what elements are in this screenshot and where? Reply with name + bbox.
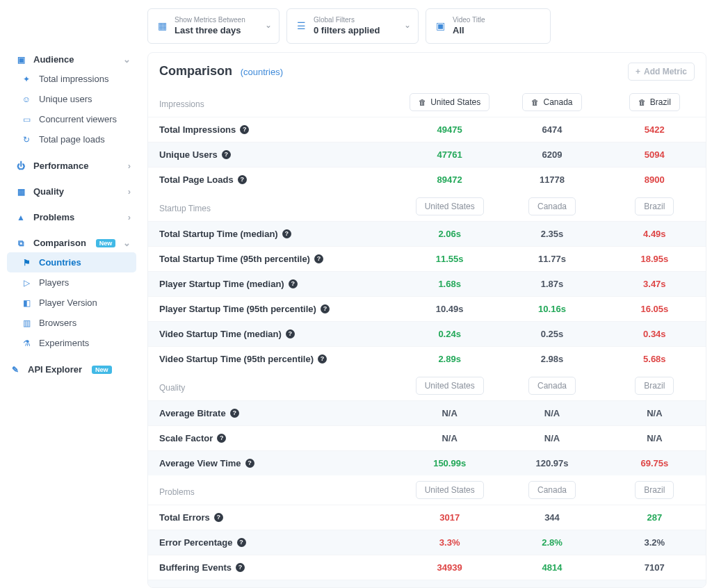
metric-value: 2.35s <box>541 229 564 239</box>
metric-value: 8900 <box>645 174 665 185</box>
nav-item-unique-users[interactable]: ☺ Unique users <box>7 89 139 109</box>
trash-icon: 🗑 <box>531 98 539 106</box>
filter-video-title[interactable]: ▣ Video Title All <box>426 8 551 44</box>
chevron-down-icon: ⌄ <box>123 238 131 248</box>
nav-group-audience[interactable]: ▣ Audience ⌄ <box>7 50 139 69</box>
filter-value: 0 filters applied <box>314 25 380 36</box>
metric-value: 11.55s <box>436 254 464 264</box>
metric-value: 344 <box>544 512 560 523</box>
country-chip[interactable]: 🗑Canada <box>522 93 581 111</box>
metric-name: Average View Time? <box>159 458 387 468</box>
nav-item-players[interactable]: ▷ Players <box>7 272 139 293</box>
section-name: Startup Times <box>148 192 398 222</box>
flask-icon: ⚗ <box>21 338 32 348</box>
info-icon[interactable]: ? <box>214 513 223 522</box>
info-icon[interactable]: ? <box>238 175 247 184</box>
metric-value: 49475 <box>437 124 462 135</box>
country-chip[interactable]: Canada <box>528 377 576 395</box>
country-chip-cell: Brazil <box>604 475 706 505</box>
nav-item-total-page-loads[interactable]: ↻ Total page loads <box>7 129 139 149</box>
nav-group-performance[interactable]: ⏻ Performance › <box>7 156 139 175</box>
nav-group-quality[interactable]: ▦ Quality › <box>7 182 139 201</box>
metric-value: 1.68s <box>438 279 461 289</box>
nav-item-browsers[interactable]: ▥ Browsers <box>7 313 139 333</box>
nav-item-label: Experiments <box>39 338 89 348</box>
country-chip-label: United States <box>430 97 480 107</box>
metric-value: N/A <box>544 433 560 443</box>
info-icon[interactable]: ? <box>237 538 246 547</box>
filter-bar: ▦ Show Metrics Between Last three days ⌄… <box>147 8 706 44</box>
info-icon[interactable]: ? <box>314 254 323 263</box>
section-name: Quality <box>148 371 398 401</box>
metric-value: 16.05s <box>640 304 668 314</box>
monitor-icon: ▭ <box>21 115 32 124</box>
metric-value: N/A <box>442 433 457 443</box>
filter-value: Last three days <box>175 25 245 36</box>
country-chip[interactable]: Brazil <box>635 481 674 499</box>
flag-icon: ⚑ <box>21 258 32 268</box>
wifi-icon: ⏻ <box>15 161 26 171</box>
metric-value: 4814 <box>542 562 563 573</box>
play-icon: ▷ <box>21 278 32 288</box>
nav-item-total-impressions[interactable]: ✦ Total impressions <box>7 69 139 89</box>
country-chip[interactable]: Canada <box>528 481 576 499</box>
metric-label: Video Startup Time (median) <box>159 329 282 339</box>
info-icon[interactable]: ? <box>289 279 298 288</box>
nav-item-experiments[interactable]: ⚗ Experiments <box>7 333 139 353</box>
nav-item-label: Total impressions <box>39 74 108 84</box>
metric-row: Video Startup Time (median)?0.24s0.25s0.… <box>148 321 706 346</box>
country-chip[interactable]: 🗑Brazil <box>629 93 680 111</box>
nav-item-countries[interactable]: ⚑ Countries <box>7 252 136 272</box>
country-chip[interactable]: Canada <box>528 197 576 215</box>
metric-value: N/A <box>647 433 662 443</box>
info-icon[interactable]: ? <box>240 125 249 134</box>
info-icon[interactable]: ? <box>245 459 254 468</box>
nav-item-concurrent-viewers[interactable]: ▭ Concurrent viewers <box>7 109 139 129</box>
country-chip[interactable]: Brazil <box>635 197 674 215</box>
chevron-down-icon: ⌄ <box>404 20 411 30</box>
metric-value: 3.3% <box>439 537 460 548</box>
metric-row: Average Bitrate?N/AN/AN/A <box>148 400 706 425</box>
metric-name: Buffering Events? <box>159 562 387 573</box>
country-chip[interactable]: Brazil <box>635 377 674 395</box>
sidebar: ▣ Audience ⌄ ✦ Total impressions ☺ Uniqu… <box>0 0 139 588</box>
nav-item-label: Players <box>39 277 69 288</box>
filter-date-range[interactable]: ▦ Show Metrics Between Last three days ⌄ <box>147 8 280 44</box>
filter-label: Video Title <box>453 16 485 25</box>
info-icon[interactable]: ? <box>236 563 245 572</box>
section-header-row: Startup TimesUnited StatesCanadaBrazil <box>148 192 706 222</box>
country-chip-label: Brazil <box>644 485 665 495</box>
country-chip[interactable]: 🗑United States <box>410 93 490 111</box>
info-icon[interactable]: ? <box>318 354 327 364</box>
nav-item-label: Concurrent viewers <box>39 114 117 124</box>
filter-global[interactable]: ☰ Global Filters 0 filters applied ⌄ <box>286 8 419 44</box>
filter-icon: ☰ <box>296 20 307 31</box>
add-metric-button[interactable]: + Add Metric <box>628 63 695 81</box>
info-icon[interactable]: ? <box>217 434 226 443</box>
browser-icon: ▥ <box>21 318 32 328</box>
info-icon[interactable]: ? <box>230 409 239 418</box>
nav-group-api-explorer[interactable]: ✎ API Explorer New <box>7 360 139 379</box>
nav-item-player-version[interactable]: ◧ Player Version <box>7 293 139 313</box>
info-icon[interactable]: ? <box>222 150 231 159</box>
country-chip[interactable]: United States <box>416 377 484 395</box>
info-icon[interactable]: ? <box>286 329 295 338</box>
nav-group-comparison[interactable]: ⧉ Comparison New ⌄ <box>7 234 139 252</box>
country-chip-label: Canada <box>537 202 567 211</box>
section-header-row: ProblemsUnited StatesCanadaBrazil <box>148 475 706 505</box>
chevron-right-icon: › <box>128 161 131 171</box>
country-chip[interactable]: United States <box>416 197 484 215</box>
panel-comparison: Comparison (countries) + Add Metric Impr… <box>147 52 706 588</box>
nav-item-label: Unique users <box>39 94 92 104</box>
metric-label: Video Startup Time (95th percentile) <box>159 354 314 364</box>
info-icon[interactable]: ? <box>282 229 291 238</box>
nav-group-problems[interactable]: ▲ Problems › <box>7 208 139 227</box>
country-chip-label: United States <box>425 202 475 211</box>
info-icon[interactable]: ? <box>321 304 330 313</box>
metric-value: 11.77s <box>538 254 566 264</box>
nav-item-label: Countries <box>39 257 81 268</box>
section-header-row: Impressions🗑United States🗑Canada🗑Brazil <box>148 88 706 117</box>
nav-group-label: Quality <box>33 186 64 197</box>
country-chip[interactable]: United States <box>416 481 484 499</box>
metric-value: 10.16s <box>538 304 566 314</box>
